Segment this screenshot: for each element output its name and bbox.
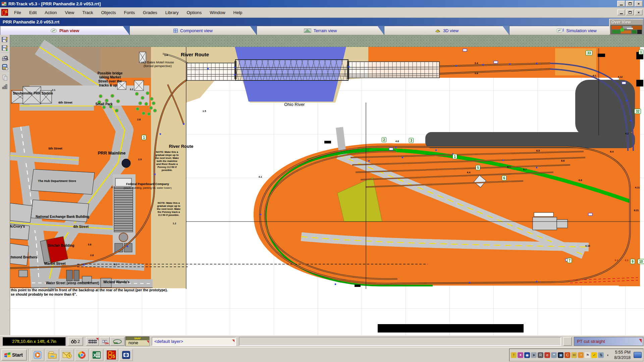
menu-item-help[interactable]: Help xyxy=(229,8,247,17)
overview-thumbnail[interactable] xyxy=(610,25,642,34)
menu-item-grades[interactable]: Grades xyxy=(139,8,161,17)
map-label: Richmond Brothers xyxy=(10,255,37,259)
overview-panel[interactable]: Over View xyxy=(609,19,644,35)
plan-canvas[interactable]: River RouteHO Bates Motel House(forced p… xyxy=(10,35,644,335)
snipping-tool-launcher[interactable] xyxy=(119,349,133,361)
minimize-button[interactable] xyxy=(617,1,625,7)
e-agent-icon[interactable]: e xyxy=(544,352,550,358)
mdi-close-button[interactable]: × xyxy=(635,9,643,15)
outlook-launcher[interactable] xyxy=(60,349,74,361)
show-desktop-button[interactable] xyxy=(634,352,642,358)
map-label: the next level. Make xyxy=(157,207,180,210)
messenger-icon[interactable]: ❝ xyxy=(551,352,557,358)
track-number: 2.8 xyxy=(137,118,141,121)
mdi-restore-button[interactable] xyxy=(626,9,634,15)
map-label: National Exchange Bank Building xyxy=(36,215,89,219)
tab-terrain-view[interactable]: Terrain view xyxy=(257,26,384,35)
display-driver-icon[interactable]: ▣ xyxy=(558,352,564,358)
snagit-camera-icon[interactable]: ◉ xyxy=(524,352,530,358)
track-number: 6.7 xyxy=(523,168,527,171)
map-label: The Hub Department Store xyxy=(38,179,76,183)
map-label: the next level. Make xyxy=(155,157,179,160)
mail-envelope-icon[interactable]: ✉ xyxy=(571,352,577,358)
menu-item-view[interactable]: View xyxy=(61,8,78,17)
excel-launcher[interactable]: X xyxy=(90,349,103,361)
menu-item-options[interactable]: Options xyxy=(182,8,206,17)
snap-control[interactable]: SNAP none xyxy=(125,337,150,346)
menu-item-file[interactable]: File xyxy=(10,8,25,17)
track-number: 4.12 xyxy=(618,75,623,78)
cursor-utility-icon[interactable]: ➤ xyxy=(531,352,537,358)
mccrorys-building xyxy=(10,203,32,223)
outlook-icon xyxy=(62,351,72,359)
rr-track-app-icon[interactable] xyxy=(1,9,8,16)
find-button[interactable]: 2 xyxy=(68,337,83,346)
close-button[interactable]: × xyxy=(635,1,643,7)
file-explorer-launcher[interactable] xyxy=(46,349,59,361)
map-label: 6th Street xyxy=(58,101,72,104)
save-file-button[interactable] xyxy=(1,36,9,43)
track-number: 3.4 xyxy=(475,62,478,65)
map-label: Federal Paperboard Company xyxy=(126,182,169,186)
network-status-icon[interactable]: ⇅ xyxy=(598,352,604,358)
toolbar-separator xyxy=(1,53,9,54)
sync-clock-icon[interactable]: ◔ xyxy=(578,352,584,358)
map-label: 5th Street xyxy=(48,147,62,150)
window-controls: × xyxy=(617,1,643,7)
save-icon xyxy=(2,36,8,43)
section-badge: 1 xyxy=(639,50,643,54)
rr-track-icon: 5v. xyxy=(107,350,116,360)
track-tool-button[interactable] xyxy=(86,337,99,346)
media-suite-icon[interactable]: ✦ xyxy=(518,352,523,358)
flag-icon[interactable]: ⚑ xyxy=(585,352,590,358)
section-badge-number: 32 xyxy=(636,110,640,113)
media-player-launcher[interactable] xyxy=(31,349,44,361)
menu-item-track[interactable]: Track xyxy=(78,8,97,17)
map-label: Ohio River xyxy=(284,102,305,107)
status-mini-button[interactable] xyxy=(563,337,572,346)
join-on-button[interactable]: ON xyxy=(99,337,110,346)
menu-item-fonts[interactable]: Fonts xyxy=(120,8,139,17)
map-label: River Route xyxy=(169,144,194,149)
section-badge: 9 xyxy=(631,259,635,264)
printer-status-icon[interactable]: ! xyxy=(511,352,517,358)
save-as-button[interactable] xyxy=(1,44,9,52)
mdi-window-controls: × xyxy=(617,9,643,15)
copy-pages-button[interactable] xyxy=(1,74,9,81)
join-on-label: ON xyxy=(105,342,109,345)
track-number: 8.21 xyxy=(634,209,639,212)
layer-selector-value: <default layer> xyxy=(154,339,183,344)
rr-track-taskbar-button[interactable]: 5v. xyxy=(105,349,118,361)
print-preview-button[interactable] xyxy=(1,55,9,62)
menu-item-objects[interactable]: Objects xyxy=(97,8,120,17)
tab-component-view[interactable]: Component view xyxy=(129,26,257,35)
taskbar-clock[interactable]: 5:55 PM 8/3/2018 xyxy=(614,350,631,361)
track-number: 2.9 xyxy=(138,158,142,161)
restore-button[interactable] xyxy=(626,1,634,7)
r-service-icon[interactable]: R xyxy=(538,352,543,358)
menu-item-window[interactable]: Window xyxy=(206,8,229,17)
map-label: gradual slope up to xyxy=(157,204,180,207)
parts-list-button[interactable] xyxy=(1,63,9,71)
binoculars-icon xyxy=(71,339,76,344)
cc4-icon[interactable]: C xyxy=(565,352,570,358)
volume-icon[interactable]: ◖ xyxy=(605,352,610,358)
mdi-minimize-button[interactable] xyxy=(617,9,625,15)
grades-chart-button[interactable] xyxy=(1,82,9,90)
tab-plan-view[interactable]: Plan view xyxy=(0,26,129,35)
menu-item-action[interactable]: Action xyxy=(41,8,61,17)
antivirus-check-icon[interactable]: ✓ xyxy=(591,352,597,358)
overview-title: Over View xyxy=(610,19,643,24)
track-number: 4.1 xyxy=(507,165,511,168)
chrome-launcher[interactable] xyxy=(75,349,89,361)
tab-3d-view[interactable]: 3D view xyxy=(384,26,509,35)
menu-item-edit[interactable]: Edit xyxy=(25,8,41,17)
start-button[interactable]: Start xyxy=(1,349,27,361)
loop-on-label: ON xyxy=(114,342,118,345)
section-badge-number: 1 xyxy=(454,155,456,159)
market-building-2 xyxy=(74,270,79,281)
loop-on-button[interactable]: ON xyxy=(110,337,125,346)
map-label: Possible bridge xyxy=(98,71,123,75)
layer-selector[interactable]: <default layer> xyxy=(152,337,236,346)
menu-item-library[interactable]: Library xyxy=(161,8,183,17)
